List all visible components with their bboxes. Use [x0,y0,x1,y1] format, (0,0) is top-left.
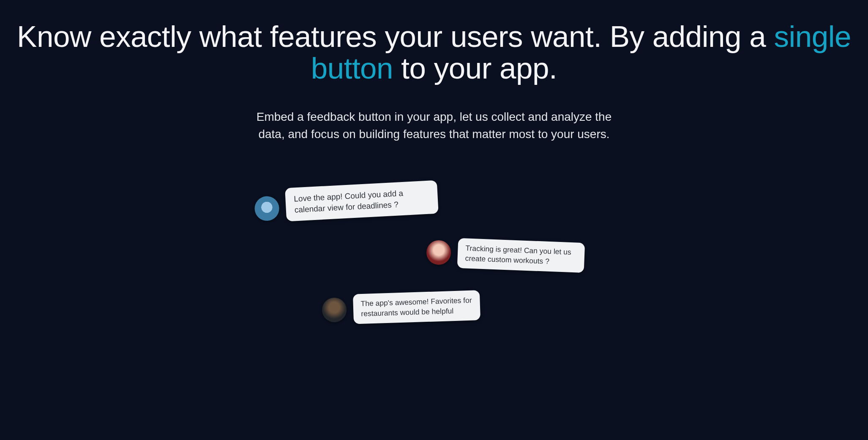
hero-subhead: Embed a feedback button in your app, let… [244,109,624,143]
testimonial-card: Love the app! Could you add a calendar v… [254,180,439,223]
hero-section: Know exactly what features your users wa… [0,21,868,143]
hero-headline: Know exactly what features your users wa… [17,21,851,84]
avatar-icon [426,240,451,265]
testimonial-bubble: Tracking is great! Can you let us create… [457,238,585,273]
testimonial-card: The app's awesome! Favorites for restaur… [322,290,480,325]
testimonial-bubble: The app's awesome! Favorites for restaur… [353,290,480,324]
testimonial-card: Tracking is great! Can you let us create… [426,237,585,273]
hero-headline-post: to your app. [393,52,557,85]
avatar-icon [254,196,280,221]
hero-headline-pre: Know exactly what features your users wa… [17,20,774,53]
testimonial-cards: Love the app! Could you add a calendar v… [109,177,759,354]
avatar-icon [322,297,347,323]
testimonial-bubble: Love the app! Could you add a calendar v… [285,180,439,222]
